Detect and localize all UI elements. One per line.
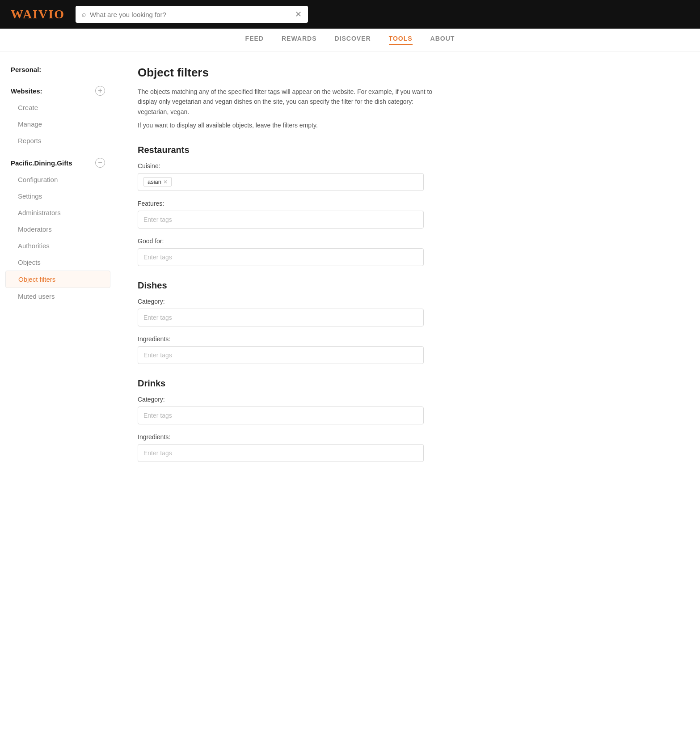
section-drinks: Drinks xyxy=(138,378,679,389)
section-restaurants: Restaurants xyxy=(138,145,679,155)
sidebar-item-manage[interactable]: Manage xyxy=(0,116,116,132)
field-cuisine: Cuisine: asian ✕ xyxy=(138,162,679,191)
tag-label: asian xyxy=(148,178,161,185)
search-bar: ⌕ ✕ xyxy=(76,6,308,23)
label-dishes-category: Category: xyxy=(138,298,679,305)
sidebar-item-object-filters[interactable]: Object filters xyxy=(5,271,110,288)
field-drinks-ingredients: Ingredients: Enter tags xyxy=(138,433,679,462)
websites-section: Websites: + xyxy=(0,82,116,99)
sidebar: Personal: Websites: + Create Manage Repo… xyxy=(0,51,116,754)
input-cuisine[interactable]: asian ✕ xyxy=(138,173,424,191)
search-icon: ⌕ xyxy=(82,10,86,18)
input-dishes-ingredients[interactable]: Enter tags xyxy=(138,346,424,364)
nav-feed[interactable]: FEED xyxy=(245,35,264,45)
placeholder-drinks-category: Enter tags xyxy=(143,412,172,419)
logo: WAIVIO xyxy=(11,7,65,21)
sidebar-item-authorities[interactable]: Authorities xyxy=(0,237,116,254)
clear-icon[interactable]: ✕ xyxy=(295,9,302,19)
input-good-for[interactable]: Enter tags xyxy=(138,248,424,266)
input-dishes-category[interactable]: Enter tags xyxy=(138,309,424,326)
main-nav: FEED REWARDS DISCOVER TOOLS ABOUT xyxy=(0,29,700,51)
placeholder-dishes-category: Enter tags xyxy=(143,314,172,321)
sidebar-item-settings[interactable]: Settings xyxy=(0,188,116,204)
description-1: The objects matching any of the specifie… xyxy=(138,87,433,117)
tag-asian: asian ✕ xyxy=(143,177,172,186)
search-input[interactable] xyxy=(90,11,291,18)
section-dishes: Dishes xyxy=(138,280,679,291)
nav-discover[interactable]: DISCOVER xyxy=(335,35,371,45)
nav-about[interactable]: ABOUT xyxy=(430,35,455,45)
expand-icon[interactable]: + xyxy=(95,86,105,96)
sidebar-item-objects[interactable]: Objects xyxy=(0,254,116,271)
websites-label: Websites: xyxy=(11,87,42,95)
label-cuisine: Cuisine: xyxy=(138,162,679,169)
nav-rewards[interactable]: REWARDS xyxy=(282,35,317,45)
nav-tools[interactable]: TOOLS xyxy=(389,35,413,45)
placeholder-drinks-ingredients: Enter tags xyxy=(143,449,172,457)
layout: Personal: Websites: + Create Manage Repo… xyxy=(0,51,700,754)
sidebar-item-create[interactable]: Create xyxy=(0,99,116,116)
field-drinks-category: Category: Enter tags xyxy=(138,396,679,424)
sidebar-item-reports[interactable]: Reports xyxy=(0,132,116,149)
label-drinks-category: Category: xyxy=(138,396,679,403)
personal-section: Personal: xyxy=(0,62,116,77)
site-section: Pacific.Dining.Gifts − xyxy=(0,154,116,171)
collapse-icon[interactable]: − xyxy=(95,158,105,168)
label-good-for: Good for: xyxy=(138,237,679,245)
site-name: Pacific.Dining.Gifts xyxy=(11,159,72,167)
main-content: Object filters The objects matching any … xyxy=(116,51,700,754)
input-drinks-category[interactable]: Enter tags xyxy=(138,407,424,424)
sidebar-item-moderators[interactable]: Moderators xyxy=(0,221,116,237)
tag-remove-asian[interactable]: ✕ xyxy=(163,179,168,185)
field-good-for: Good for: Enter tags xyxy=(138,237,679,266)
header: WAIVIO ⌕ ✕ xyxy=(0,0,700,29)
placeholder-good-for: Enter tags xyxy=(143,254,172,261)
personal-label: Personal: xyxy=(11,66,41,73)
label-drinks-ingredients: Ingredients: xyxy=(138,433,679,441)
page-title: Object filters xyxy=(138,66,679,80)
logo-text: WAIVIO xyxy=(11,7,65,21)
placeholder-features: Enter tags xyxy=(143,216,172,223)
field-dishes-category: Category: Enter tags xyxy=(138,298,679,326)
label-dishes-ingredients: Ingredients: xyxy=(138,335,679,343)
placeholder-dishes-ingredients: Enter tags xyxy=(143,352,172,359)
field-features: Features: Enter tags xyxy=(138,200,679,229)
sidebar-item-administrators[interactable]: Administrators xyxy=(0,204,116,221)
sidebar-item-muted-users[interactable]: Muted users xyxy=(0,288,116,305)
sidebar-item-configuration[interactable]: Configuration xyxy=(0,171,116,188)
input-features[interactable]: Enter tags xyxy=(138,211,424,229)
field-dishes-ingredients: Ingredients: Enter tags xyxy=(138,335,679,364)
input-drinks-ingredients[interactable]: Enter tags xyxy=(138,444,424,462)
description-2: If you want to display all available obj… xyxy=(138,120,433,130)
label-features: Features: xyxy=(138,200,679,207)
